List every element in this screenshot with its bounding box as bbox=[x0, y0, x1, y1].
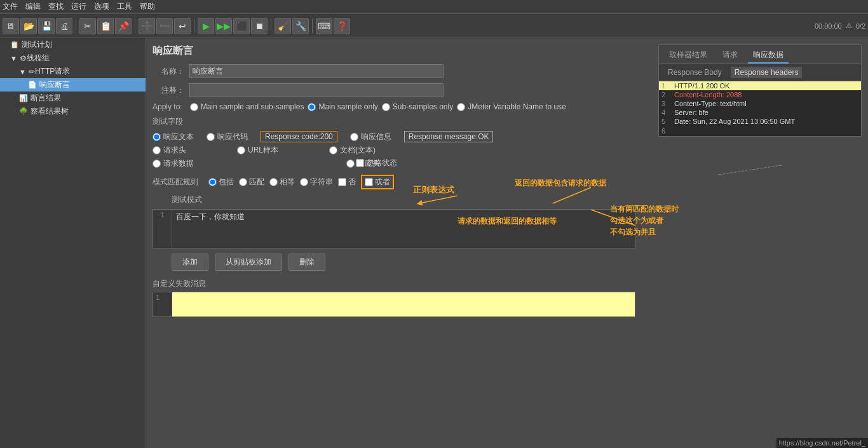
sidebar-item-thread-group[interactable]: ▼ ⚙ 线程组 bbox=[0, 51, 146, 65]
add-button[interactable]: 添加 bbox=[172, 254, 208, 271]
toolbar-btn-minus[interactable]: ➖ bbox=[156, 18, 173, 34]
toolbar-btn-stop2[interactable]: ⏹ bbox=[251, 18, 268, 34]
sidebar-item-http-request[interactable]: ▼ ✏ HTTP请求 bbox=[0, 65, 146, 78]
pattern-match[interactable]: 匹配 bbox=[239, 177, 264, 187]
popup-row-2: 2 Content-Length: 2088 bbox=[659, 90, 861, 99]
toolbar-btn-start2[interactable]: ▶▶ bbox=[215, 18, 232, 34]
toolbar-btn-stop[interactable]: ⬛ bbox=[233, 18, 250, 34]
pattern-equal-radio[interactable] bbox=[269, 178, 278, 186]
toolbar-btn-broom2[interactable]: 🔧 bbox=[292, 18, 309, 34]
menu-edit[interactable]: 编辑 bbox=[25, 1, 41, 12]
paste-button[interactable]: 从剪贴板添加 bbox=[215, 254, 282, 271]
sidebar-item-test-plan[interactable]: 📋 测试计划 bbox=[0, 38, 146, 51]
field-request-header-radio[interactable] bbox=[153, 146, 161, 154]
thread-group-icon: ▼ bbox=[10, 55, 17, 62]
website-url: https://blog.csdn.net/Petrel_ bbox=[776, 438, 868, 448]
field-response-info-radio[interactable] bbox=[350, 133, 358, 141]
toolbar-btn-2[interactable]: 📂 bbox=[20, 18, 37, 34]
menu-run[interactable]: 运行 bbox=[71, 1, 86, 12]
field-ignore-status[interactable]: 忽略状态 bbox=[356, 158, 862, 168]
field-response-text-label: 响应文本 bbox=[163, 132, 194, 142]
toolbar-btn-start[interactable]: ▶ bbox=[198, 18, 214, 34]
menu-options[interactable]: 选项 bbox=[94, 1, 109, 12]
toolbar-btn-cmd[interactable]: ⌨ bbox=[316, 18, 332, 34]
field-response-header-radio[interactable] bbox=[346, 160, 355, 168]
apply-main-only-radio[interactable] bbox=[308, 103, 316, 111]
sidebar-item-label: 响应断言 bbox=[39, 79, 70, 90]
apply-main-sub-radio[interactable] bbox=[190, 103, 198, 111]
toolbar-btn-copy[interactable]: 📋 bbox=[97, 18, 114, 34]
field-request-data[interactable]: 请求数据 bbox=[153, 158, 194, 169]
field-response-code-radio[interactable] bbox=[207, 133, 215, 141]
menu-help[interactable]: 帮助 bbox=[140, 1, 155, 12]
field-document-radio[interactable] bbox=[329, 146, 337, 154]
sep-5 bbox=[312, 19, 313, 33]
field-request-header-label: 请求头 bbox=[163, 145, 186, 156]
apply-sub-only-radio[interactable] bbox=[382, 103, 390, 111]
toolbar-btn-arrow[interactable]: ↩ bbox=[174, 18, 191, 34]
popup-tab-sampler[interactable]: 取样器结果 bbox=[664, 48, 712, 64]
toolbar: 🖥 📂 💾 🖨 ✂ 📋 📌 ➕ ➖ ↩ ▶ ▶▶ ⬛ ⏹ 🧹 🔧 ⌨ ❓ 00:… bbox=[0, 14, 868, 38]
popup-tab-request[interactable]: 请求 bbox=[717, 48, 743, 64]
field-request-data-radio[interactable] bbox=[153, 160, 161, 168]
failure-content[interactable] bbox=[172, 292, 635, 316]
test-mode-cell-1[interactable]: 百度一下，你就知道 bbox=[172, 210, 635, 248]
toolbar-btn-add[interactable]: ➕ bbox=[139, 18, 155, 34]
name-input[interactable] bbox=[189, 64, 444, 78]
sidebar-item-view-results-tree[interactable]: 🌳 察看结果树 bbox=[0, 105, 146, 118]
toolbar-btn-help[interactable]: ❓ bbox=[334, 18, 350, 34]
sidebar-item-assertion-result[interactable]: 📊 断言结果 bbox=[0, 92, 146, 105]
menu-file[interactable]: 文件 bbox=[3, 1, 18, 12]
toolbar-btn-broom[interactable]: 🧹 bbox=[275, 18, 291, 34]
apply-sub-only[interactable]: Sub-samples only bbox=[382, 102, 453, 111]
pattern-not-checkbox[interactable] bbox=[338, 178, 346, 186]
field-response-info-label: 响应信息 bbox=[361, 132, 391, 142]
field-ignore-status-checkbox[interactable] bbox=[356, 159, 364, 167]
apply-jmeter-var-radio[interactable] bbox=[457, 103, 465, 111]
failure-label: 自定义失败消息 bbox=[153, 278, 862, 289]
pattern-include-radio[interactable] bbox=[208, 178, 217, 186]
pattern-include[interactable]: 包括 bbox=[208, 177, 234, 187]
sidebar-item-label: 断言结果 bbox=[31, 93, 61, 104]
annotation-regex: 正则表达式 bbox=[413, 184, 454, 196]
toolbar-btn-1[interactable]: 🖥 bbox=[3, 18, 19, 34]
pattern-match-radio[interactable] bbox=[239, 178, 247, 186]
menu-find[interactable]: 查找 bbox=[48, 1, 64, 12]
menu-tools[interactable]: 工具 bbox=[117, 1, 132, 12]
popup-tab-response[interactable]: 响应数据 bbox=[748, 48, 789, 64]
field-request-header[interactable]: 请求头 bbox=[153, 145, 186, 156]
field-url-radio[interactable] bbox=[237, 146, 245, 154]
popup-row-1: 1 HTTP/1.1 200 OK bbox=[659, 81, 861, 90]
pattern-or-checkbox[interactable] bbox=[365, 178, 373, 186]
field-response-text[interactable]: 响应文本 bbox=[153, 131, 194, 142]
pattern-not[interactable]: 否 bbox=[338, 177, 356, 187]
toolbar-btn-cut[interactable]: ✂ bbox=[79, 18, 96, 34]
pattern-equal[interactable]: 相等 bbox=[269, 177, 295, 187]
comment-input[interactable] bbox=[189, 83, 444, 97]
popup-sub-tab-body[interactable]: Response Body bbox=[664, 67, 726, 78]
test-mode-row-1: 1 百度一下，你就知道 bbox=[153, 210, 635, 248]
popup-row-5: 5 Date: Sun, 22 Aug 2021 13:06:50 GMT bbox=[659, 117, 861, 126]
field-url[interactable]: URL样本 bbox=[237, 145, 278, 156]
pattern-include-label: 包括 bbox=[219, 177, 234, 187]
sidebar-item-label: 线程组 bbox=[27, 53, 50, 64]
apply-main-only[interactable]: Main sample only bbox=[308, 102, 377, 111]
sidebar-item-response-assertion[interactable]: 📄 响应断言 bbox=[0, 78, 146, 92]
apply-main-sub[interactable]: Main sample and sub-samples bbox=[190, 102, 304, 111]
toolbar-btn-paste[interactable]: 📌 bbox=[115, 18, 132, 34]
toolbar-btn-3[interactable]: 💾 bbox=[38, 18, 55, 34]
popup-sub-tab-headers[interactable]: Response headers bbox=[731, 67, 803, 78]
pattern-string[interactable]: 字符串 bbox=[300, 177, 333, 187]
pattern-string-radio[interactable] bbox=[300, 178, 308, 186]
toolbar-btn-4[interactable]: 🖨 bbox=[56, 18, 72, 34]
field-response-info[interactable]: 响应信息 bbox=[350, 132, 391, 142]
pattern-string-label: 字符串 bbox=[310, 177, 333, 187]
delete-button[interactable]: 删除 bbox=[288, 254, 325, 271]
popup-sub-tabs: Response Body Response headers bbox=[659, 64, 861, 81]
field-response-code[interactable]: 响应代码 bbox=[207, 132, 248, 142]
pattern-or[interactable]: 或者 bbox=[361, 175, 394, 189]
field-request-data-label: 请求数据 bbox=[163, 158, 194, 169]
field-response-text-radio[interactable] bbox=[153, 133, 161, 141]
apply-jmeter-var[interactable]: JMeter Variable Name to use bbox=[457, 102, 566, 111]
field-document[interactable]: 文档(文本) bbox=[329, 145, 376, 156]
